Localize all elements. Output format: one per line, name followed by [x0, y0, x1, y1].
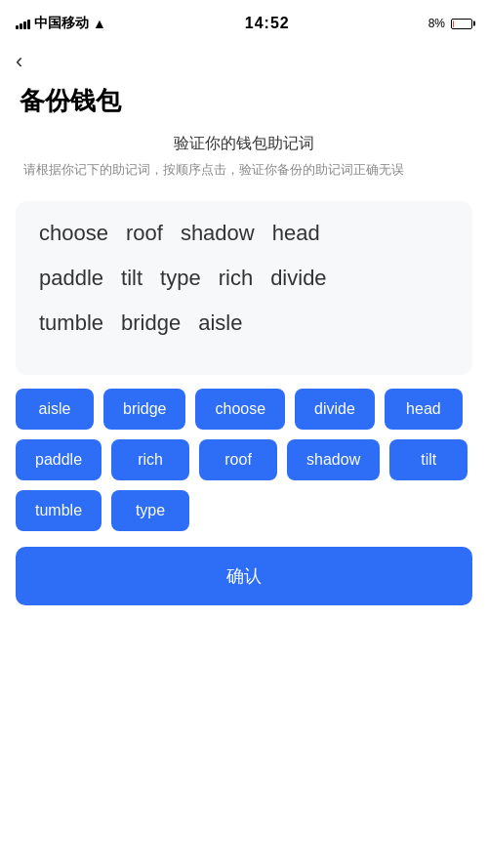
- battery-icon: [451, 19, 472, 29]
- word-button-tumble[interactable]: tumble: [16, 490, 102, 531]
- display-word: rich: [219, 266, 253, 291]
- confirm-section: 确认: [16, 547, 472, 605]
- subtitle-desc: 请根据你记下的助记词，按顺序点击，验证你备份的助记词正确无误: [20, 160, 468, 180]
- word-button-roof[interactable]: roof: [199, 439, 277, 480]
- page-title: 备份钱包: [0, 76, 488, 134]
- back-arrow-icon: ‹: [16, 49, 22, 73]
- word-button-divide[interactable]: divide: [295, 389, 375, 430]
- subtitle-main: 验证你的钱包助记词: [20, 134, 468, 154]
- word-display-area: choose roof shadow head paddle tilt type…: [16, 201, 472, 375]
- word-button-type[interactable]: type: [111, 490, 189, 531]
- wifi-icon: ▲: [93, 16, 106, 31]
- display-row-2: paddle tilt type rich divide: [39, 266, 449, 307]
- battery-fill: [453, 21, 454, 27]
- word-button-tilt[interactable]: tilt: [389, 439, 468, 480]
- display-word: shadow: [181, 221, 255, 246]
- signal-icon: [16, 18, 30, 29]
- display-word: tumble: [39, 310, 103, 336]
- word-button-rich[interactable]: rich: [111, 439, 189, 480]
- status-left: 中国移动 ▲: [16, 15, 106, 32]
- carrier-label: 中国移动: [34, 15, 89, 32]
- word-button-aisle[interactable]: aisle: [16, 389, 94, 430]
- display-word: choose: [39, 221, 108, 246]
- display-word: divide: [270, 266, 326, 291]
- back-button[interactable]: ‹: [0, 43, 488, 76]
- word-button-paddle[interactable]: paddle: [16, 439, 102, 480]
- display-word: tilt: [121, 266, 142, 291]
- display-row-3: tumble bridge aisle: [39, 310, 449, 351]
- status-time: 14:52: [245, 15, 290, 32]
- subtitle-section: 验证你的钱包助记词 请根据你记下的助记词，按顺序点击，验证你备份的助记词正确无误: [0, 134, 488, 187]
- display-row-1: choose roof shadow head: [39, 221, 449, 262]
- display-word: aisle: [198, 310, 242, 336]
- display-word: paddle: [39, 266, 103, 291]
- display-word: roof: [126, 221, 163, 246]
- display-word: type: [160, 266, 201, 291]
- status-bar: 中国移动 ▲ 14:52 8%: [0, 0, 488, 43]
- confirm-button[interactable]: 确认: [16, 547, 472, 605]
- display-word: head: [272, 221, 320, 246]
- word-button-head[interactable]: head: [385, 389, 463, 430]
- word-button-choose[interactable]: choose: [195, 389, 285, 430]
- word-button-shadow[interactable]: shadow: [287, 439, 380, 480]
- display-word: bridge: [121, 310, 181, 336]
- battery-percent-label: 8%: [428, 17, 445, 30]
- word-buttons-grid: aisle bridge choose divide head paddle r…: [16, 389, 472, 531]
- status-right: 8%: [428, 17, 472, 30]
- word-button-bridge[interactable]: bridge: [103, 389, 185, 430]
